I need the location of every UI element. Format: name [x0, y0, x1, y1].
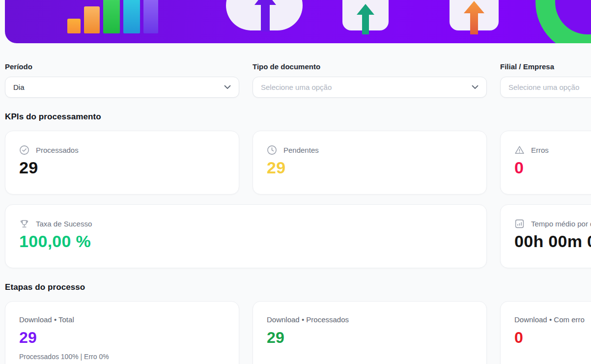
kpi-card-taxa-sucesso: Taxa de Sucesso 100,00 % — [5, 204, 487, 268]
kpis-section-title: KPIs do processamento — [5, 112, 591, 122]
trophy-icon — [19, 219, 29, 229]
etapa-card-download-processados: Download • Processados 29 — [253, 301, 487, 364]
warning-triangle-icon — [514, 145, 525, 155]
periodo-select[interactable]: Dia — [5, 77, 239, 98]
upload-arrow-purple-icon — [253, 0, 277, 32]
kpi-value: 00h 00m 00s — [514, 232, 591, 251]
filial-empresa-select[interactable]: Selecione uma opção — [500, 77, 591, 98]
etapa-label: Download • Total — [19, 315, 225, 324]
clock-icon — [267, 145, 277, 155]
etapas-cards-row: Download • Total 29 Processados 100% | E… — [0, 301, 591, 364]
bar-cyan — [123, 0, 140, 33]
bar-chart-icon — [514, 219, 525, 229]
kpi-card-tempo-medio: Tempo médio por documento 00h 00m 00s — [500, 204, 591, 268]
bar-orange — [84, 6, 100, 33]
kpi-value: 0 — [514, 158, 591, 177]
kpi-label: Tempo médio por documento — [531, 220, 591, 228]
tipo-documento-select[interactable]: Selecione uma opção — [253, 77, 487, 98]
filters-row: Período Dia Tipo de documento Selecione … — [0, 62, 591, 98]
kpi-value: 29 — [267, 158, 473, 177]
periodo-label: Período — [5, 62, 239, 71]
filter-filial-empresa: Filial / Empresa Selecione uma opção — [500, 62, 591, 98]
kpi-card-processados: Processados 29 — [5, 131, 239, 195]
kpi-label: Taxa de Sucesso — [36, 220, 92, 228]
filter-periodo: Período Dia — [5, 62, 239, 98]
filial-empresa-label: Filial / Empresa — [500, 62, 591, 71]
chevron-down-icon — [224, 85, 231, 89]
kpi-value: 100,00 % — [19, 232, 473, 251]
hero-banner — [5, 0, 591, 43]
tipo-documento-label: Tipo de documento — [253, 62, 487, 71]
upload-arrow-orange-icon — [463, 0, 485, 35]
kpi-cards-row2: Taxa de Sucesso 100,00 % Tempo médio por… — [0, 204, 591, 268]
kpi-value: 29 — [19, 158, 225, 177]
upload-arrow-teal-icon — [356, 3, 375, 35]
kpi-card-pendentes: Pendentes 29 — [253, 131, 487, 195]
etapa-value: 29 — [19, 329, 225, 347]
kpi-label: Erros — [531, 146, 549, 154]
filter-tipo-documento: Tipo de documento Selecione uma opção — [253, 62, 487, 98]
kpi-label: Pendentes — [283, 146, 319, 154]
dashboard-page: Período Dia Tipo de documento Selecione … — [0, 0, 591, 364]
chevron-down-icon — [472, 85, 478, 89]
donut-chart-illustration — [535, 0, 591, 43]
etapa-card-download-com-erro: Download • Com erro 0 — [500, 301, 591, 364]
etapa-value: 0 — [514, 329, 591, 347]
bar-orange-small — [67, 19, 81, 33]
check-circle-icon — [19, 145, 29, 155]
upload-arrow-orange-illustration — [450, 0, 499, 30]
etapa-card-download-total: Download • Total 29 Processados 100% | E… — [5, 301, 239, 364]
etapa-label: Download • Com erro — [514, 315, 591, 324]
periodo-value: Dia — [13, 83, 25, 91]
etapa-value: 29 — [267, 329, 473, 347]
etapas-section-title: Etapas do processo — [5, 282, 591, 292]
bar-purple — [143, 0, 158, 33]
cloud-upload-illustration — [226, 0, 303, 30]
kpi-card-erros: Erros 0 — [500, 131, 591, 195]
etapa-label: Download • Processados — [267, 315, 473, 324]
kpi-cards-row1: Processados 29 Pendentes 29 Erros 0 — [0, 131, 591, 195]
etapa-subtext: Processados 100% | Erro 0% — [19, 353, 225, 361]
kpi-label: Processados — [36, 146, 79, 154]
bar-green — [103, 0, 120, 33]
upload-arrow-teal-illustration — [342, 0, 389, 30]
tipo-documento-placeholder: Selecione uma opção — [261, 83, 332, 91]
filial-empresa-placeholder: Selecione uma opção — [508, 83, 579, 91]
bar-chart-illustration — [67, 0, 158, 33]
